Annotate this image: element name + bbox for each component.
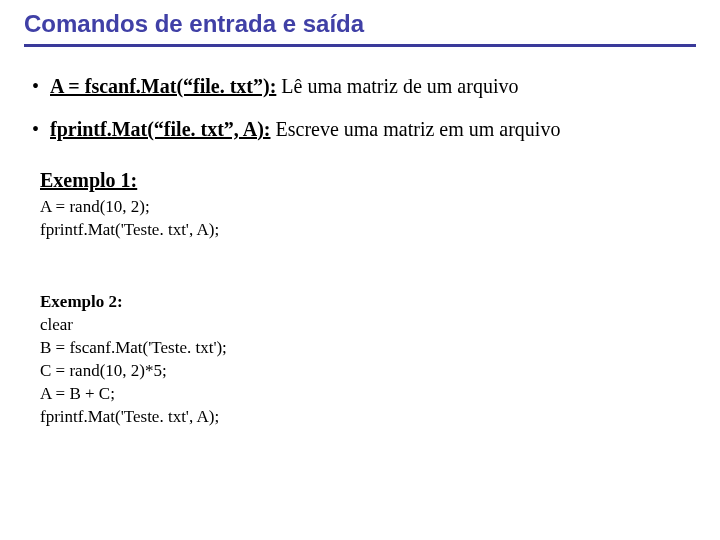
- bullet-list: A = fscanf.Mat(“file. txt”): Lê uma matr…: [24, 73, 696, 143]
- command-desc: Lê uma matriz de um arquivo: [276, 75, 518, 97]
- command-desc: Escreve uma matriz em um arquivo: [271, 118, 561, 140]
- bullet-item: A = fscanf.Mat(“file. txt”): Lê uma matr…: [50, 73, 696, 100]
- example2-code: clear B = fscanf.Mat('Teste. txt'); C = …: [40, 314, 696, 429]
- example2-block: Exemplo 2:: [40, 268, 696, 314]
- command-text: A = fscanf.Mat(“file. txt”):: [50, 75, 276, 97]
- example1-code: A = rand(10, 2); fprintf.Mat('Teste. txt…: [40, 196, 696, 242]
- slide-title: Comandos de entrada e saída: [24, 6, 696, 47]
- example1-heading: Exemplo 1:: [40, 169, 696, 192]
- example2-heading: Exemplo 2:: [40, 292, 123, 311]
- slide: Comandos de entrada e saída A = fscanf.M…: [0, 0, 720, 540]
- command-text: fprintf.Mat(“file. txt”, A):: [50, 118, 271, 140]
- bullet-item: fprintf.Mat(“file. txt”, A): Escreve uma…: [50, 116, 696, 143]
